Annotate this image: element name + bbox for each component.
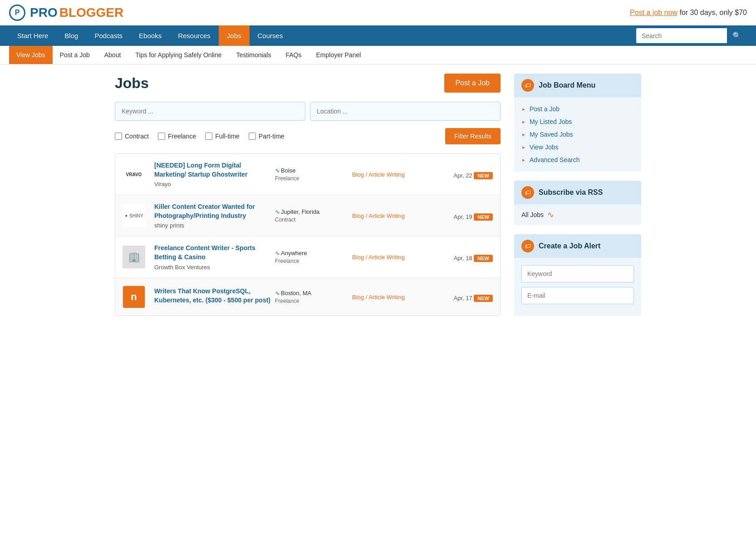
job-company-1: shiny prints: [154, 222, 270, 229]
post-job-button[interactable]: Post a Job: [444, 74, 501, 93]
sidebar: 🏷 Job Board Menu ► Post a Job ► My Liste…: [514, 74, 641, 325]
filter-contract-checkbox[interactable]: [115, 133, 122, 140]
nav-resources[interactable]: Resources: [170, 25, 219, 46]
job-location-name-0: Boise: [281, 167, 296, 174]
filter-freelance-checkbox[interactable]: [158, 133, 165, 140]
sidebar-rss: 🏷 Subscribe via RSS All Jobs ∿: [514, 181, 641, 225]
sidebar-alert-title: Create a Job Alert: [539, 242, 600, 250]
table-row: VRAVO [NEEDED] Long Form Digital Marketi…: [115, 154, 500, 195]
subnav-tips[interactable]: Tips for Applying Safely Online: [128, 46, 229, 64]
job-location-1: ∿Jupiter, Florida Contract: [275, 208, 348, 223]
job-date-text-2: Apr, 18: [454, 255, 472, 262]
page-header: Jobs Post a Job: [115, 74, 501, 93]
job-title-1[interactable]: Killer Content Creator Wanted for Photog…: [154, 203, 255, 219]
job-category-link-2[interactable]: Blog / Article Writing: [352, 254, 405, 261]
filter-fulltime-checkbox[interactable]: [205, 133, 212, 140]
subnav-employer-panel[interactable]: Employer Panel: [309, 46, 368, 64]
post-job-promo-link[interactable]: Post a job now: [630, 9, 677, 16]
sidebar-item-my-listed-jobs[interactable]: ► My Listed Jobs: [521, 115, 634, 128]
rss-section: All Jobs ∿: [514, 204, 641, 225]
subnav-post-job[interactable]: Post a Job: [53, 46, 97, 64]
sidebar-item-my-saved-jobs[interactable]: ► My Saved Jobs: [521, 128, 634, 141]
secondary-nav: View Jobs Post a Job About Tips for Appl…: [0, 46, 756, 64]
nav-start-here[interactable]: Start Here: [9, 25, 56, 46]
sidebar-rss-title: Subscribe via RSS: [539, 188, 603, 197]
nav-search: 🔍: [636, 28, 747, 43]
content-area: Jobs Post a Job Contract Freelance Full-…: [115, 74, 501, 325]
job-type-1: Contract: [275, 217, 348, 223]
nav-podcasts[interactable]: Podcasts: [86, 25, 131, 46]
job-category-link-1[interactable]: Blog / Article Writing: [352, 212, 405, 219]
job-date-0: Apr, 22 NEW: [447, 169, 493, 179]
table-row: ✦ SHINY Killer Content Creator Wanted fo…: [115, 195, 500, 237]
rss-link-label: All Jobs: [521, 211, 544, 218]
job-category-1: Blog / Article Writing: [352, 212, 443, 219]
job-date-2: Apr, 18 NEW: [447, 252, 493, 262]
sidebar-job-board-header: 🏷 Job Board Menu: [514, 74, 641, 97]
main-container: Jobs Post a Job Contract Freelance Full-…: [106, 64, 650, 334]
sidebar-rss-header: 🏷 Subscribe via RSS: [514, 181, 641, 204]
subnav-testimonials[interactable]: Testimonials: [229, 46, 278, 64]
sidebar-alert-header: 🏷 Create a Job Alert: [514, 234, 641, 258]
location-input[interactable]: [310, 102, 501, 121]
keyword-input[interactable]: [115, 102, 305, 121]
nav-courses[interactable]: Courses: [250, 25, 291, 46]
job-location-name-2: Anywhere: [281, 250, 307, 257]
arrow-icon: ►: [521, 158, 526, 163]
job-logo-n: n: [123, 286, 145, 308]
filter-parttime-checkbox[interactable]: [249, 133, 256, 140]
alert-email-input[interactable]: [521, 287, 634, 304]
job-title-2[interactable]: Freelance Content Writer - Sports Bettin…: [154, 244, 255, 261]
job-location-2: ∿Anywhere Freelance: [275, 250, 348, 264]
filter-contract-label: Contract: [125, 133, 149, 140]
sidebar-item-post-job[interactable]: ► Post a Job: [521, 103, 634, 115]
logo-blogger: BLOGGER: [59, 5, 124, 20]
job-info-0: [NEEDED] Long Form Digital Marketing/ St…: [154, 161, 270, 188]
job-category-link-0[interactable]: Blog / Article Writing: [352, 171, 405, 178]
subnav-faqs[interactable]: FAQs: [278, 46, 309, 64]
job-date-text-0: Apr, 22: [454, 172, 472, 179]
promo-text: for 30 days, only $70: [677, 9, 747, 16]
job-type-0: Freelance: [275, 175, 348, 182]
job-type-3: Freelance: [275, 298, 348, 304]
filter-contract[interactable]: Contract: [115, 133, 149, 140]
filter-button[interactable]: Filter Results: [445, 128, 501, 144]
filter-freelance[interactable]: Freelance: [158, 133, 196, 140]
tag-icon: 🏷: [521, 79, 534, 92]
wifi-icon-0: ∿: [275, 167, 280, 174]
job-category-2: Blog / Article Writing: [352, 253, 443, 261]
rss-tag-icon: 🏷: [521, 186, 534, 199]
sidebar-item-label: My Listed Jobs: [530, 118, 572, 125]
filter-freelance-label: Freelance: [168, 133, 196, 140]
job-title-0[interactable]: [NEEDED] Long Form Digital Marketing/ St…: [154, 162, 247, 178]
top-promo: Post a job now for 30 days, only $70: [630, 9, 747, 17]
job-company-0: Virayo: [154, 181, 270, 188]
filter-parttime[interactable]: Part-time: [249, 133, 285, 140]
arrow-icon: ►: [521, 119, 526, 124]
job-category-3: Blog / Article Writing: [352, 293, 443, 301]
job-info-3: Writers That Know PostgreSQL, Kubernetes…: [154, 287, 270, 306]
job-category-link-3[interactable]: Blog / Article Writing: [352, 294, 405, 301]
nav-blog[interactable]: Blog: [56, 25, 86, 46]
job-category-0: Blog / Article Writing: [352, 171, 443, 178]
alert-keyword-input[interactable]: [521, 265, 634, 282]
job-date-text-1: Apr, 19: [454, 213, 472, 220]
alert-section: [514, 258, 641, 316]
table-row: n Writers That Know PostgreSQL, Kubernet…: [115, 278, 500, 316]
arrow-icon: ►: [521, 107, 526, 112]
rss-all-jobs-link[interactable]: All Jobs ∿: [521, 210, 634, 220]
sidebar-menu: ► Post a Job ► My Listed Jobs ► My Saved…: [514, 97, 641, 172]
job-location-name-3: Boston, MA: [281, 290, 311, 296]
nav-search-button[interactable]: 🔍: [727, 28, 747, 43]
sidebar-item-view-jobs[interactable]: ► View Jobs: [521, 141, 634, 153]
sidebar-job-alert: 🏷 Create a Job Alert: [514, 234, 641, 316]
job-logo-shiny: ✦ SHINY: [123, 204, 145, 227]
nav-ebooks[interactable]: Ebooks: [131, 25, 170, 46]
filter-fulltime[interactable]: Full-time: [205, 133, 240, 140]
nav-jobs[interactable]: Jobs: [219, 25, 250, 46]
job-title-3[interactable]: Writers That Know PostgreSQL, Kubernetes…: [154, 287, 270, 304]
sidebar-item-advanced-search[interactable]: ► Advanced Search: [521, 153, 634, 166]
subnav-about[interactable]: About: [97, 46, 128, 64]
subnav-view-jobs[interactable]: View Jobs: [9, 46, 53, 64]
nav-search-input[interactable]: [636, 29, 727, 43]
